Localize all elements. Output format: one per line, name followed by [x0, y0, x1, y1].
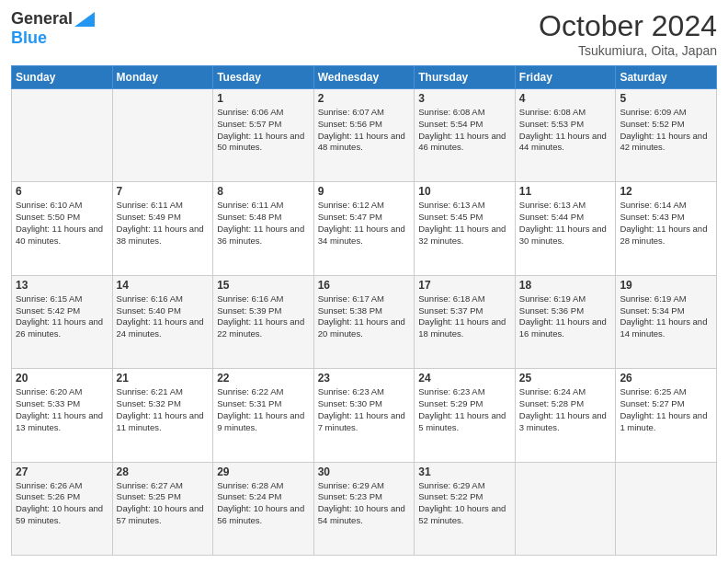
cell-info: Sunrise: 6:20 AM Sunset: 5:33 PM Dayligh… [16, 386, 108, 433]
table-cell [515, 462, 616, 555]
table-cell [616, 462, 717, 555]
table-cell: 10Sunrise: 6:13 AM Sunset: 5:45 PM Dayli… [415, 182, 516, 275]
logo-line2: Blue [11, 29, 47, 48]
day-number: 26 [620, 372, 712, 385]
table-cell: 9Sunrise: 6:12 AM Sunset: 5:47 PM Daylig… [313, 182, 415, 275]
table-cell: 16Sunrise: 6:17 AM Sunset: 5:38 PM Dayli… [313, 275, 415, 368]
day-number: 12 [620, 185, 712, 198]
table-cell: 6Sunrise: 6:10 AM Sunset: 5:50 PM Daylig… [12, 182, 113, 275]
cell-info: Sunrise: 6:21 AM Sunset: 5:32 PM Dayligh… [117, 386, 210, 433]
week-row-5: 27Sunrise: 6:26 AM Sunset: 5:26 PM Dayli… [12, 462, 717, 555]
table-cell: 21Sunrise: 6:21 AM Sunset: 5:32 PM Dayli… [112, 369, 213, 462]
svg-marker-0 [74, 12, 95, 27]
day-number: 8 [217, 185, 310, 198]
col-sunday: Sunday [12, 66, 113, 89]
table-cell: 19Sunrise: 6:19 AM Sunset: 5:34 PM Dayli… [616, 275, 717, 368]
day-number: 2 [318, 92, 411, 105]
table-cell: 2Sunrise: 6:07 AM Sunset: 5:56 PM Daylig… [313, 89, 415, 182]
day-number: 5 [620, 92, 712, 105]
cell-info: Sunrise: 6:24 AM Sunset: 5:28 PM Dayligh… [519, 386, 612, 433]
week-row-4: 20Sunrise: 6:20 AM Sunset: 5:33 PM Dayli… [12, 369, 717, 462]
cell-info: Sunrise: 6:15 AM Sunset: 5:42 PM Dayligh… [16, 293, 108, 340]
col-thursday: Thursday [415, 66, 516, 89]
cell-info: Sunrise: 6:16 AM Sunset: 5:39 PM Dayligh… [217, 293, 310, 340]
day-number: 15 [217, 279, 310, 292]
table-cell [12, 89, 113, 182]
calendar-table: Sunday Monday Tuesday Wednesday Thursday… [11, 65, 717, 556]
table-cell: 29Sunrise: 6:28 AM Sunset: 5:24 PM Dayli… [213, 462, 314, 555]
day-number: 11 [519, 185, 612, 198]
day-number: 31 [418, 465, 511, 478]
day-number: 13 [16, 279, 108, 292]
day-number: 27 [16, 465, 108, 478]
location: Tsukumiura, Oita, Japan [539, 43, 717, 58]
day-number: 14 [117, 279, 210, 292]
day-number: 23 [318, 372, 411, 385]
day-number: 1 [217, 92, 310, 105]
cell-info: Sunrise: 6:29 AM Sunset: 5:23 PM Dayligh… [318, 480, 411, 527]
cell-info: Sunrise: 6:09 AM Sunset: 5:52 PM Dayligh… [620, 107, 712, 154]
page-header: General Blue October 2024 Tsukumiura, Oi… [11, 9, 717, 58]
table-cell: 30Sunrise: 6:29 AM Sunset: 5:23 PM Dayli… [313, 462, 415, 555]
col-friday: Friday [515, 66, 616, 89]
calendar-header-row: Sunday Monday Tuesday Wednesday Thursday… [12, 66, 717, 89]
cell-info: Sunrise: 6:19 AM Sunset: 5:36 PM Dayligh… [519, 293, 612, 340]
logo: General Blue [11, 9, 95, 48]
cell-info: Sunrise: 6:07 AM Sunset: 5:56 PM Dayligh… [318, 107, 411, 154]
cell-info: Sunrise: 6:26 AM Sunset: 5:26 PM Dayligh… [16, 480, 108, 527]
cell-info: Sunrise: 6:11 AM Sunset: 5:48 PM Dayligh… [217, 200, 310, 247]
cell-info: Sunrise: 6:10 AM Sunset: 5:50 PM Dayligh… [16, 200, 108, 247]
page-container: General Blue October 2024 Tsukumiura, Oi… [0, 0, 728, 563]
table-cell: 31Sunrise: 6:29 AM Sunset: 5:22 PM Dayli… [415, 462, 516, 555]
table-cell: 4Sunrise: 6:08 AM Sunset: 5:53 PM Daylig… [515, 89, 616, 182]
day-number: 22 [217, 372, 310, 385]
table-cell: 12Sunrise: 6:14 AM Sunset: 5:43 PM Dayli… [616, 182, 717, 275]
table-cell: 11Sunrise: 6:13 AM Sunset: 5:44 PM Dayli… [515, 182, 616, 275]
col-saturday: Saturday [616, 66, 717, 89]
month-title: October 2024 [539, 9, 717, 43]
day-number: 6 [16, 185, 108, 198]
cell-info: Sunrise: 6:27 AM Sunset: 5:25 PM Dayligh… [117, 480, 210, 527]
table-cell: 25Sunrise: 6:24 AM Sunset: 5:28 PM Dayli… [515, 369, 616, 462]
day-number: 7 [117, 185, 210, 198]
table-cell [112, 89, 213, 182]
day-number: 4 [519, 92, 612, 105]
cell-info: Sunrise: 6:22 AM Sunset: 5:31 PM Dayligh… [217, 386, 310, 433]
table-cell: 23Sunrise: 6:23 AM Sunset: 5:30 PM Dayli… [313, 369, 415, 462]
table-cell: 28Sunrise: 6:27 AM Sunset: 5:25 PM Dayli… [112, 462, 213, 555]
col-tuesday: Tuesday [213, 66, 314, 89]
table-cell: 18Sunrise: 6:19 AM Sunset: 5:36 PM Dayli… [515, 275, 616, 368]
table-cell: 8Sunrise: 6:11 AM Sunset: 5:48 PM Daylig… [213, 182, 314, 275]
table-cell: 5Sunrise: 6:09 AM Sunset: 5:52 PM Daylig… [616, 89, 717, 182]
cell-info: Sunrise: 6:17 AM Sunset: 5:38 PM Dayligh… [318, 293, 411, 340]
week-row-3: 13Sunrise: 6:15 AM Sunset: 5:42 PM Dayli… [12, 275, 717, 368]
cell-info: Sunrise: 6:16 AM Sunset: 5:40 PM Dayligh… [117, 293, 210, 340]
cell-info: Sunrise: 6:23 AM Sunset: 5:30 PM Dayligh… [318, 386, 411, 433]
table-cell: 17Sunrise: 6:18 AM Sunset: 5:37 PM Dayli… [415, 275, 516, 368]
day-number: 9 [318, 185, 411, 198]
cell-info: Sunrise: 6:08 AM Sunset: 5:54 PM Dayligh… [418, 107, 511, 154]
logo-general: General [11, 9, 73, 29]
cell-info: Sunrise: 6:25 AM Sunset: 5:27 PM Dayligh… [620, 386, 712, 433]
title-block: October 2024 Tsukumiura, Oita, Japan [539, 9, 717, 58]
cell-info: Sunrise: 6:18 AM Sunset: 5:37 PM Dayligh… [418, 293, 511, 340]
cell-info: Sunrise: 6:14 AM Sunset: 5:43 PM Dayligh… [620, 200, 712, 247]
day-number: 10 [418, 185, 511, 198]
table-cell: 15Sunrise: 6:16 AM Sunset: 5:39 PM Dayli… [213, 275, 314, 368]
day-number: 30 [318, 465, 411, 478]
cell-info: Sunrise: 6:12 AM Sunset: 5:47 PM Dayligh… [318, 200, 411, 247]
cell-info: Sunrise: 6:11 AM Sunset: 5:49 PM Dayligh… [117, 200, 210, 247]
table-cell: 1Sunrise: 6:06 AM Sunset: 5:57 PM Daylig… [213, 89, 314, 182]
logo-blue: Blue [11, 29, 47, 47]
table-cell: 13Sunrise: 6:15 AM Sunset: 5:42 PM Dayli… [12, 275, 113, 368]
table-cell: 14Sunrise: 6:16 AM Sunset: 5:40 PM Dayli… [112, 275, 213, 368]
day-number: 16 [318, 279, 411, 292]
day-number: 29 [217, 465, 310, 478]
logo-line1: General [11, 9, 95, 29]
table-cell: 27Sunrise: 6:26 AM Sunset: 5:26 PM Dayli… [12, 462, 113, 555]
cell-info: Sunrise: 6:19 AM Sunset: 5:34 PM Dayligh… [620, 293, 712, 340]
cell-info: Sunrise: 6:23 AM Sunset: 5:29 PM Dayligh… [418, 386, 511, 433]
week-row-1: 1Sunrise: 6:06 AM Sunset: 5:57 PM Daylig… [12, 89, 717, 182]
day-number: 24 [418, 372, 511, 385]
table-cell: 20Sunrise: 6:20 AM Sunset: 5:33 PM Dayli… [12, 369, 113, 462]
